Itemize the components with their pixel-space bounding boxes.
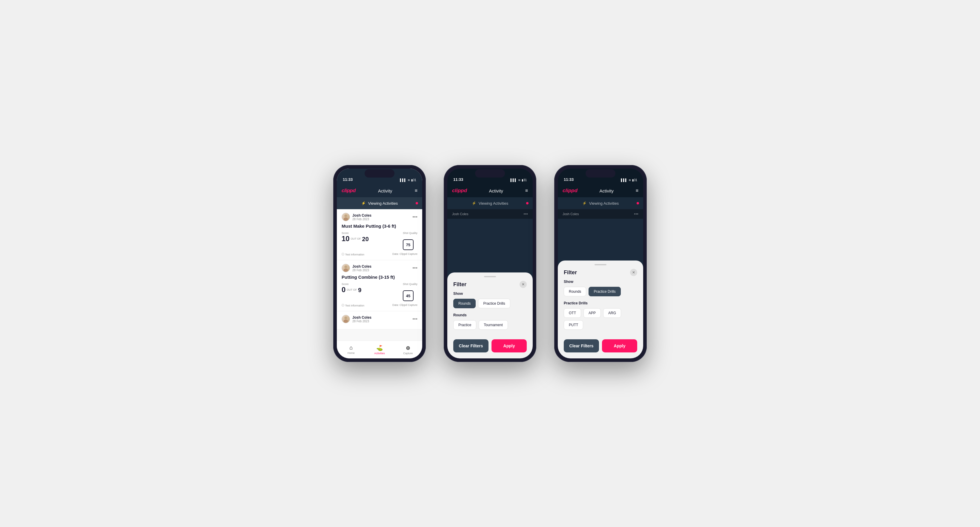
score-label-2: Score <box>342 283 361 286</box>
dimmed-user-2: Josh Coles <box>452 212 468 216</box>
card-title-1: Must Make Putting (3-6 ft) <box>342 224 417 229</box>
tab-activities[interactable]: ⛳ Activities <box>365 344 393 355</box>
tab-capture[interactable]: ⊕ Capture <box>394 344 422 355</box>
user-name-2: Josh Coles <box>352 264 371 268</box>
activity-card-2[interactable]: Josh Coles 28 Feb 2023 ••• Putting Combi… <box>337 260 422 311</box>
modal-body-3: Show Rounds Practice Drills Practice Dri… <box>558 279 643 330</box>
user-date-3: 28 Feb 2023 <box>352 320 371 323</box>
practice-drills-btn-3[interactable]: Practice Drills <box>589 287 620 296</box>
more-button-2[interactable]: ••• <box>412 265 417 271</box>
filter-modal-3: Filter ✕ Show Rounds Practice Drills Pra… <box>558 260 643 359</box>
phone-3: 11:33 ▌▌▌ ≋ ▮31 clippd Activity ≡ ⚡ View… <box>554 165 647 362</box>
practice-round-btn-2[interactable]: Practice <box>453 320 476 330</box>
rounds-btn-3[interactable]: Rounds <box>564 287 586 296</box>
rounds-label-2: Rounds <box>453 313 527 317</box>
score-label-1: Score <box>342 232 369 235</box>
shots-value-2: 9 <box>358 287 361 293</box>
card-footer-1: ⓘ Test Information Data: Clippd Capture <box>342 252 417 256</box>
apply-btn-3[interactable]: Apply <box>602 339 637 352</box>
signal-icon-3: ▌▌▌ <box>621 178 627 182</box>
clear-filters-btn-2[interactable]: Clear Filters <box>453 339 488 352</box>
app-btn-3[interactable]: APP <box>584 308 601 318</box>
wifi-icon-2: ≋ <box>518 178 520 182</box>
card-title-2: Putting Combine (3-15 ft) <box>342 275 417 279</box>
svg-point-0 <box>344 214 347 217</box>
scene: 11:33 ▌▌▌ ≋ ▮31 clippd Activity ≡ ⚡ View… <box>315 147 665 380</box>
battery-icon: ▮31 <box>411 178 416 182</box>
bottom-tabs: ⌂ Home ⛳ Activities ⊕ Capture <box>337 340 422 359</box>
card-header-2: Josh Coles 28 Feb 2023 ••• <box>342 264 417 272</box>
card-header-3: Josh Coles 28 Feb 2023 ••• <box>342 315 417 323</box>
clear-filters-btn-3[interactable]: Clear Filters <box>564 339 599 352</box>
avatar-1 <box>342 213 350 221</box>
signal-icon: ▌▌▌ <box>400 178 406 182</box>
activity-card-1[interactable]: Josh Coles 28 Feb 2023 ••• Must Make Put… <box>337 209 422 260</box>
avatar-2 <box>342 264 350 272</box>
nav-bar-1: clippd Activity ≡ <box>337 184 422 197</box>
footer-text-2: Test Information <box>345 304 364 307</box>
shot-quality-group-2: Shot Quality 45 <box>403 283 417 301</box>
practice-drills-btn-2[interactable]: Practice Drills <box>478 299 510 308</box>
modal-close-2[interactable]: ✕ <box>520 281 527 288</box>
activity-feed: Josh Coles 28 Feb 2023 ••• Must Make Put… <box>337 209 422 340</box>
activity-card-3[interactable]: Josh Coles 28 Feb 2023 ••• <box>337 311 422 329</box>
practice-label-3: Practice Drills <box>564 301 637 305</box>
battery-icon-3: ▮31 <box>632 178 637 182</box>
tab-capture-label: Capture <box>403 352 413 355</box>
home-icon: ⌂ <box>349 344 353 351</box>
notch-2 <box>475 169 505 178</box>
round-buttons-2: Practice Tournament <box>453 320 527 330</box>
modal-body-2: Show Rounds Practice Drills Rounds Pract… <box>447 292 533 330</box>
dimmed-icons-3: ▌▌▌ ≋ ▮31 <box>621 178 637 182</box>
dimmed-more-2: ••• <box>523 211 528 216</box>
card-user-3: Josh Coles 28 Feb 2023 <box>342 315 371 323</box>
tab-activities-label: Activities <box>374 352 385 355</box>
phone-1: 11:33 ▌▌▌ ≋ ▮31 clippd Activity ≡ ⚡ View… <box>333 165 426 362</box>
shot-quality-badge-1: 75 <box>403 239 414 250</box>
practice-buttons-3: OTT APP ARG PUTT <box>564 308 637 330</box>
filter-modal-container-3: Filter ✕ Show Rounds Practice Drills Pra… <box>558 219 643 359</box>
score-value-1: 10 <box>342 235 350 242</box>
modal-header-3: Filter ✕ <box>558 265 643 279</box>
svg-point-2 <box>344 265 347 268</box>
dimmed-title-2: Activity <box>467 188 525 194</box>
shot-quality-group-1: Shot Quality 75 <box>403 232 417 250</box>
dimmed-filter-icon-3: ⚡ <box>582 201 587 205</box>
menu-icon-1[interactable]: ≡ <box>415 188 417 194</box>
more-button-1[interactable]: ••• <box>412 214 417 220</box>
user-info-3: Josh Coles 28 Feb 2023 <box>352 316 371 323</box>
dimmed-banner-text-2: Viewing Activities <box>479 201 508 206</box>
apply-btn-2[interactable]: Apply <box>492 339 527 352</box>
rounds-btn-2[interactable]: Rounds <box>453 299 476 308</box>
tournament-btn-2[interactable]: Tournament <box>479 320 508 330</box>
card-stats-1: Score 10 OUT OF 20 Shot Quality 75 <box>342 232 417 250</box>
footer-text-1: Test Information <box>345 253 364 256</box>
shot-quality-label-2: Shot Quality <box>403 283 417 286</box>
svg-point-1 <box>344 217 348 221</box>
tab-home[interactable]: ⌂ Home <box>337 344 365 354</box>
ott-btn-3[interactable]: OTT <box>564 308 581 318</box>
show-label-2: Show <box>453 292 527 296</box>
filter-icon-1: ⚡ <box>361 201 366 205</box>
user-info-2: Josh Coles 28 Feb 2023 <box>352 264 371 272</box>
card-user-2: Josh Coles 28 Feb 2023 <box>342 264 371 272</box>
data-source-1: Data: Clippd Capture <box>392 252 417 256</box>
viewing-banner-text-1: Viewing Activities <box>368 201 398 206</box>
putt-btn-3[interactable]: PUTT <box>564 320 583 330</box>
modal-close-3[interactable]: ✕ <box>630 269 637 276</box>
dimmed-more-3: ••• <box>634 211 638 216</box>
dimmed-user-row-2: Josh Coles ••• <box>447 209 533 219</box>
arg-btn-3[interactable]: ARG <box>603 308 621 318</box>
dimmed-banner-3: ⚡ Viewing Activities <box>558 197 643 209</box>
card-stats-2: Score 0 OUT OF 9 Shot Quality 45 <box>342 283 417 301</box>
wifi-icon: ≋ <box>407 178 410 182</box>
logo-1: clippd <box>342 188 356 194</box>
user-info-1: Josh Coles 28 Feb 2023 <box>352 213 371 221</box>
dimmed-logo-3: clippd <box>563 188 578 194</box>
notification-dot-2 <box>526 202 528 205</box>
notch-3 <box>585 169 616 178</box>
show-buttons-3: Rounds Practice Drills <box>564 287 637 296</box>
dimmed-banner-text-3: Viewing Activities <box>589 201 619 206</box>
more-button-3[interactable]: ••• <box>412 316 417 322</box>
viewing-banner-1[interactable]: ⚡ Viewing Activities <box>337 197 422 209</box>
